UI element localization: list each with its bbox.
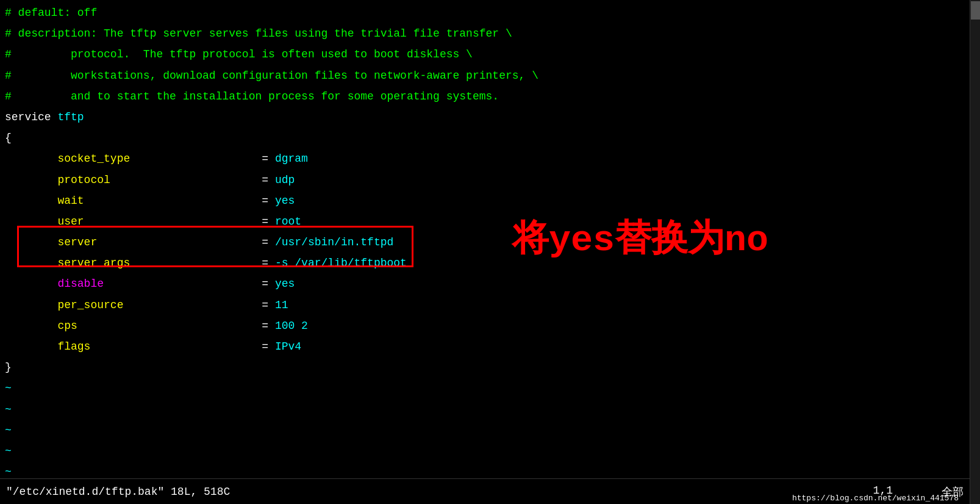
editor-line: { <box>5 128 965 148</box>
editor-line: server_args = -s /var/lib/tftpboot <box>5 253 965 273</box>
editor-line: ~ <box>5 399 965 420</box>
editor-line: per_source = 11 <box>5 295 965 315</box>
editor-line: flags = IPv4 <box>5 336 965 357</box>
editor-line: server = /usr/sbin/in.tftpd <box>5 232 965 253</box>
editor-area: # default: off# description: The tftp se… <box>0 0 970 476</box>
editor-line: } <box>5 357 965 378</box>
editor-line: ~ <box>5 441 965 461</box>
status-url: https://blog.csdn.net/weixin_441578 <box>792 494 959 503</box>
annotation-text: 将yes替换为no <box>512 214 768 263</box>
editor-line: ~ <box>5 378 965 398</box>
status-bar: "/etc/xinetd.d/tftp.bak" 18L, 518C 1,1 全… <box>0 478 970 504</box>
editor-line: service tftp <box>5 107 965 128</box>
editor-line: # protocol. The tftp protocol is often u… <box>5 44 965 65</box>
editor-line: ~ <box>5 420 965 441</box>
editor-line: # workstations, download configuration f… <box>5 65 965 86</box>
lines-container: # default: off# description: The tftp se… <box>5 2 965 476</box>
editor-line: disable = yes <box>5 273 965 294</box>
editor-line: cps = 100 2 <box>5 315 965 336</box>
editor-line: # and to start the installation process … <box>5 86 965 107</box>
editor-line: # default: off <box>5 2 965 23</box>
editor-line: user = root <box>5 211 965 232</box>
editor-line: wait = yes <box>5 190 965 211</box>
editor-line: ~ <box>5 461 965 476</box>
status-file: "/etc/xinetd.d/tftp.bak" 18L, 518C <box>6 486 230 498</box>
editor-line: # description: The tftp server serves fi… <box>5 23 965 44</box>
editor-line: protocol = udp <box>5 170 965 190</box>
scrollbar[interactable] <box>970 0 980 504</box>
editor-line: socket_type = dgram <box>5 148 965 169</box>
scrollbar-thumb[interactable] <box>971 1 980 20</box>
